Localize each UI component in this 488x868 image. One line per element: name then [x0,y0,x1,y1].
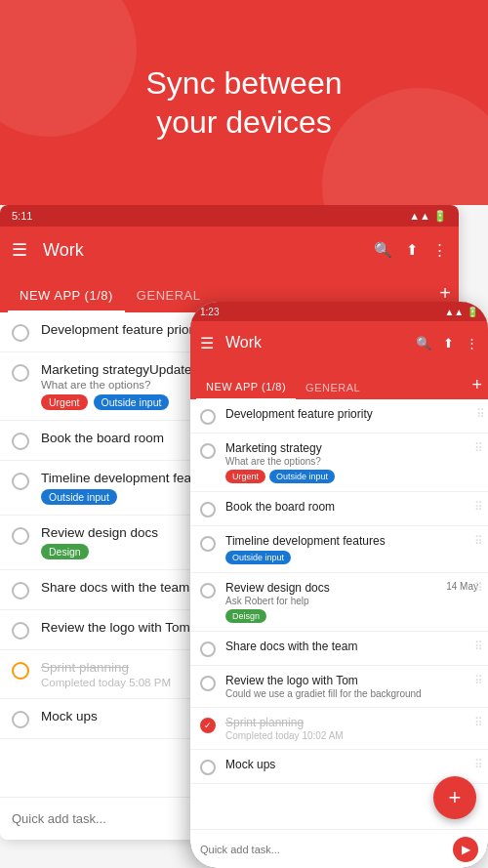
phone-task-subtitle: Ask Robert for help [225,596,478,606]
task-radio[interactable] [12,582,29,599]
phone-task-tags: Urgent Outside input [225,470,478,483]
tablet-tab-general[interactable]: GENERAL [125,280,213,310]
phone-task-title: Review the logo with Tom [225,674,478,687]
drag-handle-icon[interactable]: ⠿ [474,441,483,455]
drag-handle-icon[interactable]: ⠿ [474,581,483,595]
phone-add-tab-button[interactable]: + [471,375,482,399]
phone-status-icons: ▲▲ 🔋 [444,307,478,317]
phone-task-subtitle: What are the options? [225,456,478,467]
list-item: Book the board room ⠿ [190,492,488,526]
phone-status-bar: 1:23 ▲▲ 🔋 [190,302,488,321]
phone-task-title: Sprint planning [225,716,478,729]
phone-more-icon[interactable]: ⋮ [466,336,478,351]
task-radio[interactable] [12,711,29,728]
phone-menu-icon[interactable]: ☰ [200,334,214,352]
phone-task-content: Share docs with the team [225,640,478,653]
phone-tag-urgent: Urgent [225,470,265,483]
phone-task-header: Review design docs 14 May [225,581,478,595]
drag-handle-icon[interactable]: ⠿ [476,407,483,421]
phone-task-content: Mock ups [225,758,478,771]
list-item: Marketing strategy What are the options?… [190,434,488,492]
list-item: Sprint planning Completed today 10:02 AM… [190,708,488,750]
phone-task-radio[interactable] [200,676,216,691]
phone-tab-general[interactable]: GENERAL [296,376,370,399]
phone-task-content: Development feature priority [225,407,478,421]
phone-bottom-area: + ▶ [190,829,488,868]
tablet-menu-icon[interactable]: ☰ [12,239,27,261]
tablet-tab-new-app[interactable]: NEW APP (1/8) [8,280,125,312]
hero-decoration-right [322,88,488,205]
phone-inner: 1:23 ▲▲ 🔋 ☰ Work 🔍 ⬆ ⋮ NEW APP (1/8) GEN… [190,302,488,868]
task-radio[interactable] [12,662,29,680]
phone-quick-add-input[interactable] [200,844,453,855]
hero-line2: your devices [145,103,342,142]
phone-task-content: Review the logo with Tom Could we use a … [225,674,478,699]
phone-task-tags: Outside input [225,551,478,564]
phone-header: ☰ Work 🔍 ⬆ ⋮ [190,321,488,364]
hero-section: Sync between your devices [0,0,488,205]
phone-task-radio[interactable] [200,583,216,599]
task-radio[interactable] [12,324,29,342]
task-radio[interactable] [12,473,29,490]
phone-tag-outside-input: Outside input [269,470,335,483]
drag-handle-icon[interactable]: ⠿ [474,500,483,514]
task-radio[interactable] [12,364,29,382]
tag-urgent: Urgent [41,394,88,410]
tablet-status-bar: 5:11 ▲▲ 🔋 [0,205,459,227]
phone-task-radio[interactable] [200,536,216,552]
phone-header-title: Work [225,334,262,351]
list-item: Review the logo with Tom Could we use a … [190,666,488,708]
phone-task-content: Marketing strategy What are the options?… [225,441,478,483]
phone-task-content: Review design docs 14 May Ask Robert for… [225,581,478,623]
phone-task-content: Timeline development features Outside in… [225,534,478,564]
tablet-share-icon[interactable]: ⬆ [406,241,419,259]
tablet-header-actions: 🔍 ⬆ ⋮ [374,241,447,259]
phone-task-radio[interactable] [200,502,216,517]
phone-task-title: Marketing strategy [225,441,478,455]
phone-task-title: Book the board room [225,500,478,514]
phone-tag-outside-input: Outside input [225,551,291,564]
task-radio[interactable] [12,527,29,545]
phone-task-radio[interactable] [200,443,216,459]
phone-task-title: Review design docs [225,581,330,595]
hero-line1: Sync between [145,63,342,103]
tablet-header-title: Work [43,240,84,261]
phone-task-radio-checked[interactable] [200,718,216,733]
task-radio[interactable] [12,433,29,450]
device-wrapper: 5:11 ▲▲ 🔋 ☰ Work 🔍 ⬆ ⋮ NEW APP (1/8) GEN… [0,205,488,868]
phone-task-title: Timeline development features [225,534,478,548]
tag-outside-input: Outside input [41,489,117,505]
tablet-more-icon[interactable]: ⋮ [432,241,447,259]
phone-task-radio[interactable] [200,760,216,775]
phone-quick-add-bar: ▶ [190,829,488,868]
phone-header-actions: 🔍 ⬆ ⋮ [416,336,478,351]
tablet-time: 5:11 [12,210,32,222]
phone-time: 1:23 [200,307,219,317]
phone-task-radio[interactable] [200,409,216,425]
task-radio[interactable] [12,622,29,640]
drag-handle-icon[interactable]: ⠿ [474,534,483,548]
drag-handle-icon[interactable]: ⠿ [474,674,483,687]
phone-task-subtitle: Could we use a gradiet fill for the back… [225,688,478,699]
phone-task-content: Sprint planning Completed today 10:02 AM [225,716,478,741]
hero-decoration-left [0,0,137,137]
list-item: Timeline development features Outside in… [190,526,488,573]
list-item: Review design docs 14 May Ask Robert for… [190,573,488,632]
list-item: Development feature priority ⠿ [190,399,488,434]
tablet-status-icons: ▲▲ 🔋 [409,210,447,223]
hero-text: Sync between your devices [145,63,342,142]
phone-send-button[interactable]: ▶ [453,837,478,862]
phone-tabs: NEW APP (1/8) GENERAL + [190,364,488,399]
phone-share-icon[interactable]: ⬆ [443,336,454,351]
drag-handle-icon[interactable]: ⠿ [474,640,483,653]
drag-handle-icon[interactable]: ⠿ [474,758,483,771]
phone-tag-design: Deisgn [225,609,266,623]
tablet-search-icon[interactable]: 🔍 [374,241,392,259]
phone-task-radio[interactable] [200,641,216,657]
phone-fab-button[interactable]: + [433,776,476,819]
list-item: Share docs with the team ⠿ [190,632,488,666]
drag-handle-icon[interactable]: ⠿ [474,716,483,729]
phone-task-tags: Deisgn [225,609,478,623]
phone-tab-new-app[interactable]: NEW APP (1/8) [196,375,296,400]
phone-search-icon[interactable]: 🔍 [416,336,431,351]
